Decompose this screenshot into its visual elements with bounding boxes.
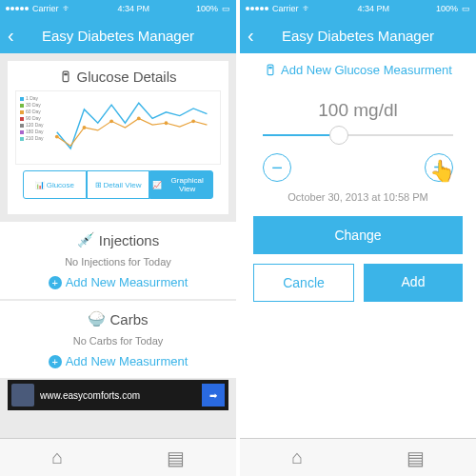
bowl-icon: 🍚: [88, 310, 106, 327]
list-tab[interactable]: ▤: [167, 446, 185, 469]
ad-image: [11, 384, 34, 407]
glucose-chart: 1 Day 30 Day 60 Day 90 Day 120 Day 180 D…: [15, 90, 221, 165]
phone-right: Carrier ᯤ 4:34 PM 100% ▭ ‹ Easy Diabetes…: [240, 0, 476, 476]
battery-text: 100%: [436, 4, 458, 13]
svg-point-6: [165, 121, 169, 125]
carbs-empty: No Carbs for Today: [0, 335, 236, 347]
plus-icon: +: [49, 355, 62, 368]
slider-thumb[interactable]: [329, 126, 348, 145]
seg-glucose[interactable]: 📊 Glucose: [23, 170, 87, 199]
tab-bar: ⌂ ▤: [0, 438, 236, 476]
injections-title: 💉 Injections: [0, 231, 236, 248]
carbs-section: 🍚 Carbs No Carbs for Today + Add New Mea…: [0, 301, 236, 378]
nav-title: Easy Diabetes Manager: [42, 28, 194, 44]
svg-rect-9: [268, 66, 272, 68]
steppers: − + 👆: [263, 153, 453, 182]
datetime-label: October 30, 2013 at 10:58 PM: [253, 191, 463, 203]
back-button[interactable]: ‹: [8, 25, 14, 47]
glucose-card: Glucose Details 1 Day 30 Day 60 Day 90 D…: [8, 61, 228, 214]
ad-arrow-icon: ➡: [202, 384, 225, 407]
home-tab[interactable]: ⌂: [291, 446, 303, 468]
tab-bar: ⌂ ▤: [240, 438, 476, 476]
pointer-icon: 👆: [429, 159, 455, 184]
content-area: Glucose Details 1 Day 30 Day 60 Day 90 D…: [0, 53, 236, 438]
status-time: 4:34 PM: [117, 4, 149, 13]
back-button[interactable]: ‹: [248, 25, 254, 47]
glucose-slider[interactable]: [263, 134, 453, 136]
svg-point-5: [137, 117, 141, 121]
ad-url: www.easycomforts.com: [40, 390, 140, 401]
add-button[interactable]: Add: [364, 264, 463, 302]
glucose-title: Glucose Details: [15, 69, 221, 85]
list-tab[interactable]: ▤: [407, 446, 425, 469]
wifi-icon: ᯤ: [63, 4, 71, 13]
chart-legend: 1 Day 30 Day 60 Day 90 Day 120 Day 180 D…: [20, 95, 52, 160]
svg-rect-8: [268, 65, 273, 75]
change-button[interactable]: Change: [253, 216, 463, 254]
meter-icon: [59, 70, 72, 84]
status-time: 4:34 PM: [357, 4, 389, 13]
section-title: Add New Glucose Measurment: [253, 63, 463, 77]
svg-point-3: [83, 126, 87, 129]
nav-title: Easy Diabetes Manager: [282, 28, 434, 44]
svg-point-7: [191, 119, 195, 123]
content-area: Add New Glucose Measurment 100 mg/dl − +…: [240, 53, 476, 438]
battery-text: 100%: [196, 4, 218, 13]
segmented-control: 📊 Glucose ⊞ Detail View 📈 Graphical View: [23, 170, 213, 199]
status-bar: Carrier ᯤ 4:34 PM 100% ▭: [0, 0, 236, 17]
injections-section: 💉 Injections No Injections for Today + A…: [0, 222, 236, 299]
status-bar: Carrier ᯤ 4:34 PM 100% ▭: [240, 0, 476, 17]
plus-icon: +: [49, 276, 62, 289]
chart-svg: [52, 95, 216, 160]
home-tab[interactable]: ⌂: [51, 446, 63, 468]
battery-icon: ▭: [222, 4, 230, 13]
carrier-label: Carrier: [272, 4, 299, 13]
nav-bar: ‹ Easy Diabetes Manager: [240, 17, 476, 53]
cancel-button[interactable]: Cancle: [253, 264, 354, 302]
injections-empty: No Injections for Today: [0, 256, 236, 268]
carbs-title: 🍚 Carbs: [0, 310, 236, 327]
svg-rect-1: [65, 72, 69, 74]
nav-bar: ‹ Easy Diabetes Manager: [0, 17, 236, 53]
syringe-icon: 💉: [77, 231, 95, 248]
battery-icon: ▭: [462, 4, 470, 13]
ad-banner[interactable]: www.easycomforts.com ➡: [8, 380, 228, 410]
seg-detail[interactable]: ⊞ Detail View: [87, 170, 150, 199]
add-carbs-link[interactable]: + Add New Measurment: [0, 354, 236, 368]
add-injection-link[interactable]: + Add New Measurment: [0, 275, 236, 289]
svg-point-2: [55, 135, 59, 139]
seg-graphical[interactable]: 📈 Graphical View: [149, 170, 213, 199]
carrier-label: Carrier: [32, 4, 59, 13]
wifi-icon: ᯤ: [303, 4, 311, 13]
svg-rect-0: [64, 71, 69, 82]
phone-left: Carrier ᯤ 4:34 PM 100% ▭ ‹ Easy Diabetes…: [0, 0, 236, 476]
meter-icon: [264, 64, 277, 77]
glucose-value: 100 mg/dl: [253, 100, 463, 121]
svg-point-4: [109, 119, 113, 123]
minus-button[interactable]: −: [263, 153, 291, 182]
